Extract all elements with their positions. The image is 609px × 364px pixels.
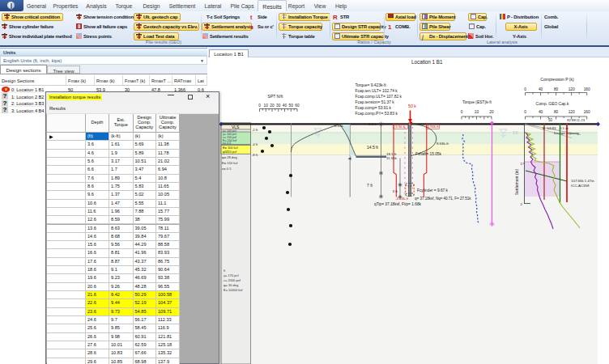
svg-text:φ= 30 deg: φ= 30 deg bbox=[224, 283, 238, 287]
svg-text:Fcap.comp.PY= 53.83 k: Fcap.comp.PY= 53.83 k bbox=[356, 112, 398, 116]
svg-text:80: 80 bbox=[554, 87, 559, 91]
svg-text:Location 1 B1: Location 1 B1 bbox=[411, 59, 443, 65]
svg-text:0: 0 bbox=[524, 87, 526, 91]
svg-text:-4.64k-ft: -4.64k-ft bbox=[395, 197, 409, 201]
svg-text:Torque (EST)k-ft: Torque (EST)k-ft bbox=[462, 100, 492, 104]
svg-text:120: 120 bbox=[569, 87, 575, 91]
svg-text:92.88: 92.88 bbox=[567, 118, 577, 122]
svg-text:Compression P (k): Compression P (k) bbox=[540, 77, 574, 82]
svg-text:qTip= 37.18ksf, Ftip= 1.68k: qTip= 37.18ksf, Ftip= 1.68k bbox=[374, 202, 422, 206]
svg-text:120: 120 bbox=[569, 110, 575, 114]
svg-text:30: 30 bbox=[276, 104, 281, 108]
svg-text:8.63k-ft: 8.63k-ft bbox=[437, 142, 449, 146]
svg-text:e= 0.5: e= 0.5 bbox=[222, 167, 232, 171]
svg-text:160: 160 bbox=[584, 87, 590, 91]
svg-text:Fcap.comp.ULT= 107.82 k: Fcap.comp.ULT= 107.82 k bbox=[356, 95, 402, 99]
svg-text:50: 50 bbox=[289, 104, 294, 108]
svg-text:0.65k: 0.65k bbox=[334, 124, 344, 128]
svg-text:20: 20 bbox=[270, 104, 275, 108]
svg-text:10: 10 bbox=[264, 104, 269, 108]
svg-text:-4 ft: -4 ft bbox=[252, 142, 258, 146]
svg-text:11.55k: 11.55k bbox=[386, 156, 398, 160]
svg-text:40: 40 bbox=[283, 104, 287, 108]
svg-text:0: 0 bbox=[258, 104, 261, 108]
svg-text:60: 60 bbox=[295, 104, 300, 108]
svg-text:-2 ft: -2 ft bbox=[252, 128, 258, 132]
svg-text:3 ft: 3 ft bbox=[393, 189, 398, 193]
svg-text:0.1 ft: 0.1 ft bbox=[368, 122, 377, 126]
svg-text:Fshaft= 15.05k: Fshaft= 15.05k bbox=[415, 152, 441, 156]
svg-text:γ= 100 pcf: γ= 100 pcf bbox=[223, 129, 236, 133]
svg-text:Settlement (in): Settlement (in) bbox=[514, 168, 519, 195]
svg-text:Fcap.ten.ULT= 102.74 k: Fcap.ten.ULT= 102.74 k bbox=[356, 89, 398, 93]
svg-text:50: 50 bbox=[548, 118, 553, 122]
svg-text:160: 160 bbox=[584, 110, 590, 114]
svg-text:80: 80 bbox=[554, 110, 559, 114]
svg-text:Torque= 9.423k-ft: Torque= 9.423k-ft bbox=[356, 83, 387, 87]
svg-text:7 ft: 7 ft bbox=[367, 183, 373, 188]
svg-text:-8 ft: -8 ft bbox=[252, 153, 258, 157]
svg-text:Fcylinder = 9.67 k: Fcylinder = 9.67 k bbox=[417, 188, 449, 193]
svg-text:107.66k 1.47in: 107.66k 1.47in bbox=[571, 179, 594, 183]
svg-text:Fcap.tension= 51.37 k: Fcap.tension= 51.37 k bbox=[356, 100, 395, 104]
svg-text:φ= 28 deg: φ= 28 deg bbox=[222, 155, 237, 159]
svg-text:-5.5k-ft: -5.5k-ft bbox=[394, 125, 406, 129]
svg-text:20: 20 bbox=[489, 110, 494, 114]
svg-text:Fcap.comp= 53.91 k: Fcap.comp= 53.91 k bbox=[356, 106, 392, 110]
svg-text:11.23: 11.23 bbox=[577, 118, 586, 122]
svg-text:E= 10000 ksf: E= 10000 ksf bbox=[224, 288, 243, 292]
svg-text:-0.1 in: -0.1 in bbox=[559, 126, 569, 130]
svg-text:40: 40 bbox=[539, 87, 543, 91]
svg-text:0: 0 bbox=[524, 110, 526, 114]
svg-text:5.55k-ft: 5.55k-ft bbox=[428, 125, 440, 129]
svg-text:E= 150 ksf: E= 150 ksf bbox=[222, 161, 238, 165]
svg-text:φ5̸110 pcf: φ5̸110 pcf bbox=[223, 150, 237, 154]
svg-text:10: 10 bbox=[475, 110, 479, 114]
svg-text:SPT N/ft: SPT N/ft bbox=[268, 94, 283, 99]
svg-text:40: 40 bbox=[539, 110, 543, 114]
svg-text:e= 0.4: e= 0.4 bbox=[223, 142, 231, 145]
svg-text:Comp. GEO Cap.k: Comp. GEO Cap.k bbox=[536, 102, 569, 106]
svg-text:53.83: 53.83 bbox=[547, 126, 557, 130]
svg-text:c= 2000 psf: c= 2000 psf bbox=[224, 278, 241, 282]
svg-text:ICC-AC358: ICC-AC358 bbox=[571, 184, 590, 188]
svg-text:50 k: 50 k bbox=[408, 104, 416, 108]
svg-text:14.5 ft: 14.5 ft bbox=[367, 145, 379, 150]
svg-text:3.5: 3.5 bbox=[513, 131, 518, 135]
svg-text:0: 0 bbox=[461, 110, 463, 114]
svg-text:q= 37.18ksf, Nq= 40.71, F= 27.: q= 37.18ksf, Nq= 40.71, F= 27.51k bbox=[415, 197, 471, 201]
svg-text:γ= 170 pcf: γ= 170 pcf bbox=[224, 273, 239, 277]
svg-text:Design capacity: Design capacity bbox=[554, 131, 580, 135]
